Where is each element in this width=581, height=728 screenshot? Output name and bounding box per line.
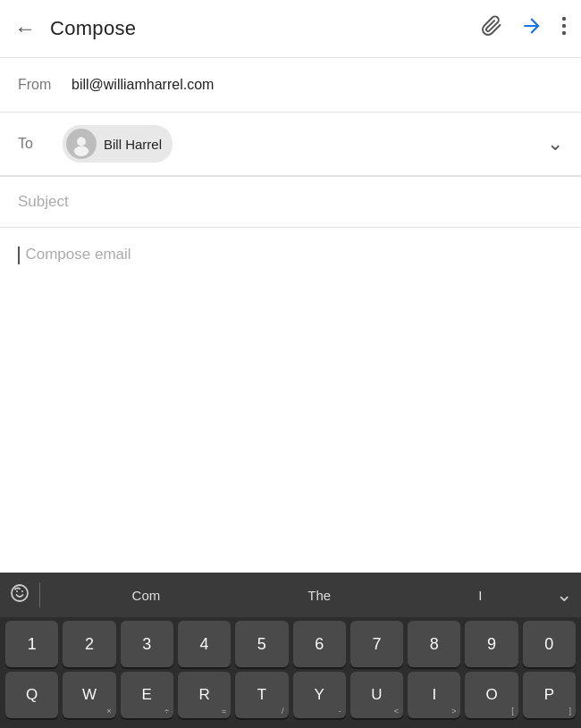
to-row: To Bill Harrel ⌄ [0,113,581,175]
svg-point-5 [12,585,28,601]
key-w[interactable]: W× [63,672,115,718]
compose-area[interactable]: Compose email [0,228,581,326]
key-y[interactable]: Y- [293,672,346,718]
suggestion-1[interactable]: Com [125,584,168,607]
number-key-row: 1 2 3 4 5 6 7 8 9 0 [5,621,576,667]
svg-point-7 [21,590,23,592]
header-icons [481,14,567,43]
text-cursor [18,247,20,264]
suggestions-list: Com The I [58,584,556,607]
key-6[interactable]: 6 [293,621,346,667]
key-0[interactable]: 0 [523,621,576,667]
suggestion-vertical-divider [39,582,40,607]
key-u[interactable]: U< [350,672,403,718]
from-email: bill@williamharrel.com [72,77,563,93]
key-8[interactable]: 8 [408,621,460,667]
svg-point-0 [562,17,566,21]
svg-point-2 [562,31,566,35]
key-7[interactable]: 7 [350,621,403,667]
subject-row[interactable]: Subject [0,176,581,228]
key-4[interactable]: 4 [178,621,231,667]
page-title: Compose [50,17,481,40]
key-e[interactable]: E÷ [121,672,173,718]
key-9[interactable]: 9 [465,621,518,667]
key-2[interactable]: 2 [63,621,115,667]
key-i[interactable]: I> [408,672,460,718]
compose-placeholder: Compose email [25,246,131,263]
emoji-icon[interactable] [9,582,30,608]
back-button[interactable]: ← [14,18,36,39]
header: ← Compose [0,0,581,57]
avatar [66,129,97,159]
suggestion-bar: Com The I ⌄ [0,573,581,617]
key-1[interactable]: 1 [5,621,58,667]
from-row: From bill@williamharrel.com [0,58,581,112]
key-r[interactable]: R= [178,672,231,718]
from-label: From [18,77,72,93]
suggestion-3[interactable]: I [471,584,489,607]
recipient-chip[interactable]: Bill Harrel [63,125,173,163]
subject-placeholder: Subject [18,193,69,210]
key-rows: 1 2 3 4 5 6 7 8 9 0 Q W× E÷ R= T/ Y- U< … [0,617,581,728]
send-button[interactable] [520,14,543,43]
svg-point-6 [16,590,18,592]
svg-point-1 [562,24,566,28]
key-q[interactable]: Q [5,672,58,718]
svg-point-3 [77,138,86,146]
key-o[interactable]: O[ [465,672,518,718]
key-p[interactable]: P] [523,672,576,718]
expand-recipients-icon[interactable]: ⌄ [547,132,563,155]
qwerty-top-row: Q W× E÷ R= T/ Y- U< I> O[ P] [5,672,576,718]
keyboard: Com The I ⌄ 1 2 3 4 5 6 7 8 9 0 Q W× E÷ … [0,573,581,728]
recipient-name: Bill Harrel [104,137,162,152]
attachment-icon[interactable] [481,15,502,42]
suggestion-2[interactable]: The [300,584,338,607]
to-label: To [18,136,63,152]
more-options-icon[interactable] [561,16,567,41]
key-5[interactable]: 5 [235,621,288,667]
svg-point-4 [74,146,88,156]
collapse-suggestions-icon[interactable]: ⌄ [556,583,572,607]
key-3[interactable]: 3 [121,621,173,667]
key-t[interactable]: T/ [235,672,288,718]
